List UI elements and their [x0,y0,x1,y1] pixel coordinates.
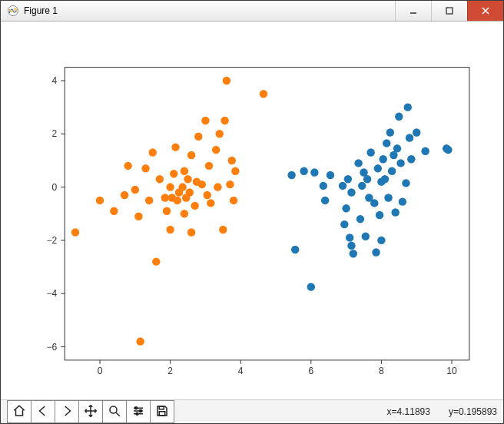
svg-point-58 [191,201,198,209]
svg-point-116 [395,112,403,120]
statusbar: x=4.11893 y=0.195893 [1,399,503,423]
svg-point-55 [186,188,194,196]
svg-rect-132 [159,411,165,415]
svg-text:8: 8 [379,365,384,376]
maximize-button[interactable] [431,1,467,21]
arrow-left-icon [36,404,50,420]
svg-point-118 [399,197,406,205]
svg-point-130 [136,412,138,415]
svg-point-95 [358,181,366,189]
window-title: Figure 1 [24,5,395,16]
svg-text:4: 4 [52,75,58,86]
svg-point-124 [421,147,429,154]
svg-point-72 [226,180,234,187]
zoom-button[interactable] [102,400,127,423]
svg-point-88 [344,175,352,183]
svg-point-77 [287,171,295,178]
save-button[interactable] [150,400,174,423]
svg-point-75 [231,167,239,174]
titlebar[interactable]: Figure 1 [1,1,503,22]
svg-point-112 [388,167,396,174]
svg-point-83 [321,196,329,204]
figure-window: Figure 1 0246810−6−4−2024 x=4.118 [0,0,504,424]
svg-point-109 [383,139,390,147]
svg-point-127 [110,406,117,413]
svg-point-64 [205,161,213,169]
svg-point-97 [362,232,370,240]
app-icon [7,5,19,17]
svg-text:2: 2 [167,365,173,376]
svg-text:−2: −2 [47,234,58,245]
svg-point-42 [163,207,171,214]
svg-point-84 [327,171,334,178]
svg-text:0: 0 [52,181,58,192]
svg-point-38 [149,148,157,156]
pan-button[interactable] [78,400,103,423]
move-icon [84,404,98,420]
svg-point-30 [110,207,118,214]
svg-point-73 [228,156,236,164]
svg-point-48 [174,196,181,204]
sliders-icon [131,404,145,420]
svg-text:4: 4 [238,365,244,376]
svg-point-86 [340,220,348,227]
forward-button[interactable] [55,400,79,423]
svg-point-34 [134,212,142,220]
svg-point-82 [320,181,327,189]
scatter-chart[interactable]: 0246810−6−4−2024 [7,28,497,393]
svg-point-119 [402,179,410,187]
svg-rect-131 [159,406,164,409]
plot-area[interactable]: 0246810−6−4−2024 [1,22,503,399]
svg-point-61 [198,180,206,187]
svg-point-50 [178,183,186,190]
svg-point-120 [404,103,412,111]
svg-text:6: 6 [308,365,313,376]
svg-point-43 [166,183,174,190]
svg-point-63 [203,190,211,198]
cursor-coords: x=4.11893 y=0.195893 [387,406,497,417]
svg-point-56 [187,151,195,158]
svg-point-76 [260,90,267,98]
home-icon [12,404,26,420]
svg-point-80 [307,283,315,290]
svg-point-71 [223,76,230,84]
svg-text:−6: −6 [47,341,58,352]
svg-point-110 [384,194,392,201]
svg-point-28 [71,228,79,236]
svg-point-52 [181,210,188,217]
svg-point-94 [356,214,364,222]
home-button[interactable] [7,400,32,423]
close-button[interactable] [467,1,503,21]
svg-point-93 [354,159,362,167]
svg-point-29 [96,196,104,204]
svg-text:0: 0 [98,365,103,376]
svg-point-54 [184,175,191,183]
nav-toolbar [7,400,174,423]
svg-point-89 [346,234,353,241]
svg-point-101 [370,199,378,207]
window-buttons [395,1,503,21]
configure-button[interactable] [126,400,151,423]
svg-point-70 [220,116,228,124]
arrow-right-icon [60,404,74,420]
svg-point-85 [339,181,346,189]
svg-point-46 [170,170,177,177]
svg-point-62 [201,116,209,124]
svg-point-32 [124,161,131,169]
svg-text:2: 2 [52,128,58,139]
svg-point-33 [131,185,139,193]
svg-point-91 [347,188,355,196]
svg-point-123 [413,128,420,136]
svg-point-92 [350,250,357,257]
svg-point-69 [219,225,227,233]
svg-point-36 [141,164,149,172]
back-button[interactable] [31,400,55,423]
svg-point-74 [230,196,237,204]
svg-point-103 [374,164,382,172]
svg-point-111 [386,128,394,136]
minimize-button[interactable] [395,1,431,21]
svg-point-126 [444,145,452,153]
svg-text:−4: −4 [47,288,58,299]
svg-point-98 [363,175,371,183]
svg-point-81 [310,168,318,176]
